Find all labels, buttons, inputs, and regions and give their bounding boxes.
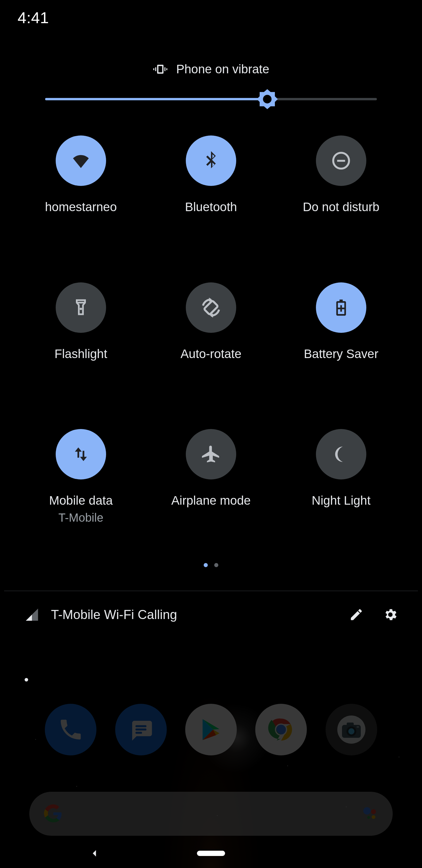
airplane-icon <box>200 443 222 465</box>
tile-flashlight-label: Flashlight <box>55 346 107 362</box>
dnd-icon <box>331 150 352 171</box>
quick-settings-tiles: homestarneo Bluetooth Do not disturb <box>4 135 418 525</box>
tile-dnd: Do not disturb <box>276 135 406 215</box>
bluetooth-icon <box>200 149 222 172</box>
status-clock: 4:41 <box>18 8 49 27</box>
tile-autorotate: Auto-rotate <box>146 282 276 362</box>
brightness-slider-fill <box>45 98 267 100</box>
tile-batterysaver-button[interactable] <box>316 282 366 333</box>
page-dot-2[interactable] <box>214 563 218 567</box>
settings-button[interactable] <box>379 603 401 626</box>
tile-mobiledata-sublabel: T-Mobile <box>49 510 112 525</box>
brightness-slider-thumb[interactable] <box>256 88 279 111</box>
back-button[interactable] <box>88 847 101 860</box>
tile-dnd-button[interactable] <box>316 135 366 186</box>
quick-settings-panel: 4:41 Phone on vibrate h <box>4 0 418 651</box>
tile-wifi-button[interactable] <box>56 135 106 186</box>
vibrate-icon <box>153 62 168 77</box>
svg-rect-19 <box>337 160 345 162</box>
svg-point-20 <box>80 308 82 310</box>
tile-bluetooth: Bluetooth <box>146 135 276 215</box>
svg-point-17 <box>262 94 273 104</box>
autorotate-icon <box>199 296 223 320</box>
tile-batterysaver: Battery Saver <box>276 282 406 362</box>
pencil-icon <box>349 607 364 622</box>
navigation-bar <box>0 839 422 868</box>
tile-airplane-label: Airplane mode <box>171 493 251 508</box>
svg-rect-21 <box>204 300 218 314</box>
brightness-slider[interactable] <box>45 98 377 100</box>
battery-saver-icon <box>331 298 351 317</box>
cellular-signal-icon <box>25 607 39 622</box>
tile-autorotate-label: Auto-rotate <box>181 346 241 362</box>
quick-settings-footer: T-Mobile Wi-Fi Calling <box>4 591 418 638</box>
ringer-mode-label: Phone on vibrate <box>176 62 269 76</box>
ringer-mode-row[interactable]: Phone on vibrate <box>4 62 418 77</box>
tile-wifi-label: homestarneo <box>45 199 117 215</box>
carrier-label: T-Mobile Wi-Fi Calling <box>51 607 333 622</box>
tile-autorotate-button[interactable] <box>186 282 236 333</box>
tile-airplane: Airplane mode <box>146 429 276 525</box>
tile-flashlight-button[interactable] <box>56 282 106 333</box>
tile-flashlight: Flashlight <box>16 282 146 362</box>
status-bar: 4:41 <box>4 0 418 35</box>
tile-nightlight-button[interactable] <box>316 429 366 479</box>
mobile-data-icon <box>71 444 91 465</box>
gear-icon <box>383 607 398 622</box>
tile-nightlight: Night Light <box>276 429 406 525</box>
tile-bluetooth-label: Bluetooth <box>185 199 237 215</box>
tile-nightlight-label: Night Light <box>312 493 371 508</box>
edit-tiles-button[interactable] <box>345 603 367 626</box>
flashlight-icon <box>71 298 91 318</box>
tile-dnd-label: Do not disturb <box>303 199 379 215</box>
night-light-icon <box>331 444 351 465</box>
wifi-icon <box>67 147 94 174</box>
page-dot-1[interactable] <box>204 563 208 567</box>
tile-wifi: homestarneo <box>16 135 146 215</box>
notification-card-collapsed[interactable] <box>4 662 418 698</box>
tile-mobiledata-label: Mobile data <box>49 493 112 508</box>
tile-airplane-button[interactable] <box>186 429 236 479</box>
tile-mobiledata-button[interactable] <box>56 429 106 479</box>
page-indicator <box>4 563 418 567</box>
notification-dot-icon <box>25 678 28 682</box>
home-gesture-pill[interactable] <box>197 851 225 856</box>
tile-mobiledata: Mobile data T-Mobile <box>16 429 146 525</box>
tile-batterysaver-label: Battery Saver <box>304 346 378 362</box>
tile-bluetooth-button[interactable] <box>186 135 236 186</box>
